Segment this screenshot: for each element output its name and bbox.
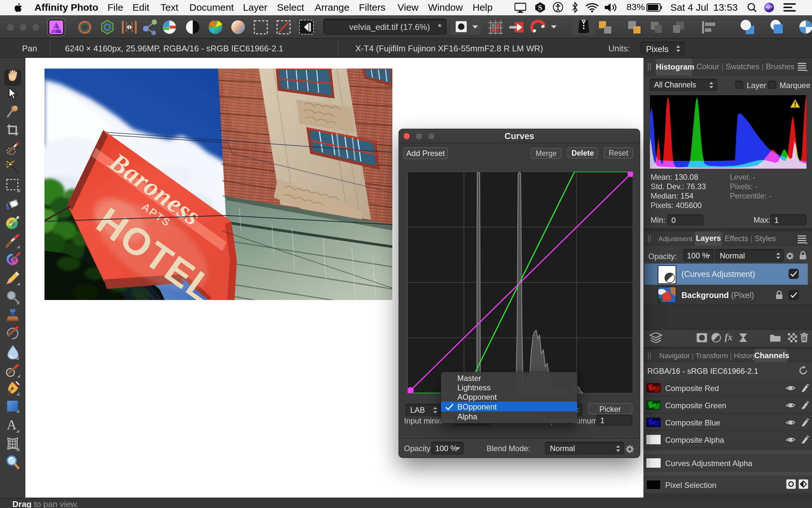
svg-text:A: A: [7, 418, 17, 432]
svg-text:S: S: [538, 3, 542, 12]
